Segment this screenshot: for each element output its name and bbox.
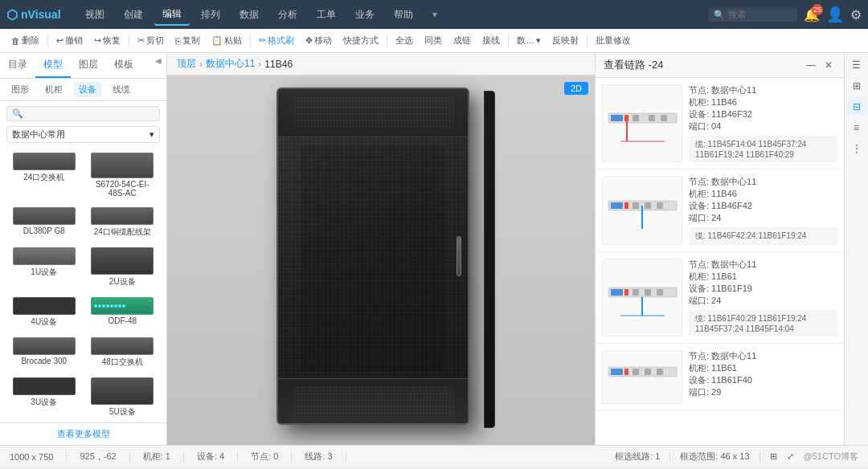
toolbar-redo[interactable]: ↪ 恢复	[89, 33, 125, 48]
device-label: 24口铜缆配线架	[94, 226, 151, 238]
chain-svg-3	[604, 271, 681, 324]
device-item-2u[interactable]: 2U设备	[85, 244, 161, 291]
settings-icon[interactable]: ⚙	[850, 7, 862, 22]
toolbar-move[interactable]: ✥ 移动	[301, 33, 337, 48]
menu-right: 🔍 🔔 25 👤 ⚙	[709, 6, 862, 23]
menu-business[interactable]: 业务	[347, 5, 383, 25]
device-item-3u[interactable]: 3U设备	[6, 374, 82, 421]
viewport: 2D	[167, 75, 595, 445]
tab-template[interactable]: 模板	[106, 53, 141, 78]
chain-node-3: 节点: 数据中心11	[689, 259, 837, 271]
status-fullscreen[interactable]: ⤢	[787, 451, 794, 462]
sub-tab-cable[interactable]: 线缆	[108, 82, 135, 97]
rack-count: 机柜: 1	[143, 451, 170, 463]
sub-tab-rack[interactable]: 机柜	[40, 82, 68, 97]
breadcrumb-top[interactable]: 顶层	[177, 57, 196, 71]
toolbar-paste[interactable]: 📋 粘贴	[207, 33, 247, 48]
toolbar-connect[interactable]: 接线	[477, 33, 505, 48]
device-item-s6720[interactable]: S6720-54C-EI-48S-AC	[85, 149, 161, 201]
toolbar-undo[interactable]: ↩ 撤销	[51, 33, 88, 48]
status-sep-4	[237, 451, 238, 463]
toolbar-delete[interactable]: 🗑 删除	[6, 33, 44, 48]
view-more-models[interactable]: 查看更多模型	[0, 422, 166, 445]
toolbar-copy[interactable]: ⎘ 复制	[170, 33, 205, 48]
menu-create[interactable]: 创建	[116, 5, 151, 25]
menu-edit[interactable]: 编辑	[154, 4, 190, 26]
menu-data[interactable]: 数据	[231, 5, 267, 25]
sidebar-search-box[interactable]: 🔍	[6, 106, 160, 121]
menu-arrange[interactable]: 排列	[193, 5, 228, 25]
toolbar-format-brush[interactable]: ✏ 格式刷	[254, 33, 299, 48]
breadcrumb-dc[interactable]: 数据中心11	[206, 57, 255, 71]
tab-layer[interactable]: 图层	[71, 53, 106, 78]
chain-port-4: 端口: 29	[689, 386, 837, 398]
device-item-1u[interactable]: 1U设备	[6, 244, 82, 291]
status-fit-screen[interactable]: ⊞	[770, 451, 777, 462]
sidebar-collapse-btn[interactable]: ◀	[150, 53, 166, 78]
toolbar-cut[interactable]: ✂ 剪切	[133, 33, 169, 48]
device-item-48switch[interactable]: 48口交换机	[85, 334, 161, 371]
svg-rect-9	[611, 202, 623, 209]
btn-2d[interactable]: 2D	[564, 82, 588, 95]
delete-icon: 🗑	[11, 36, 20, 46]
device-item-4u[interactable]: 4U设备	[6, 294, 82, 331]
rp-minimize-btn[interactable]: —	[804, 58, 818, 72]
device-label: 48口交换机	[102, 357, 143, 368]
user-avatar[interactable]: 👤	[826, 6, 844, 23]
menu-more[interactable]: ▾	[424, 6, 445, 23]
device-icon	[13, 153, 76, 170]
toolbar-number[interactable]: 数… ▾	[512, 33, 546, 48]
status-watermark: @51CTO博客	[804, 451, 858, 463]
menu-view[interactable]: 视图	[77, 5, 113, 25]
svg-rect-4	[649, 115, 655, 121]
toolbar-sep-3	[250, 35, 251, 47]
tool-layers[interactable]: ☰	[848, 56, 866, 74]
toolbar-shortcut[interactable]: 快捷方式	[338, 33, 383, 48]
notification-bell[interactable]: 🔔 25	[804, 7, 820, 22]
toolbar-select-all[interactable]: 全选	[391, 33, 418, 48]
menu-workorder[interactable]: 工单	[309, 5, 344, 25]
toolbar-batch-edit[interactable]: 批量修改	[591, 33, 636, 48]
rp-close-btn[interactable]: ✕	[821, 58, 836, 72]
chain-port-2: 端口: 24	[689, 212, 837, 224]
toolbar-same-type[interactable]: 同类	[420, 33, 447, 48]
tool-filter[interactable]: ≡	[848, 119, 866, 137]
toolbar: 🗑 删除 ↩ 撤销 ↪ 恢复 ✂ 剪切 ⎘ 复制 📋 粘贴 ✏ 格式刷 ✥ 移动…	[0, 29, 868, 53]
device-item-brocade300[interactable]: Brocade 300	[6, 334, 82, 371]
cabinet-top-section	[278, 89, 468, 137]
svg-rect-24	[611, 369, 623, 375]
right-panel-title: 查看链路 -24	[604, 58, 663, 72]
device-label: 3U设备	[31, 397, 57, 408]
device-icon	[13, 207, 76, 225]
cabinet-mid-perf	[278, 137, 468, 378]
device-item-dl380p[interactable]: DL380P G8	[6, 204, 82, 241]
tab-directory[interactable]: 目录	[0, 53, 35, 78]
paste-icon: 📋	[211, 35, 223, 46]
tool-properties[interactable]: ⊞	[848, 77, 866, 95]
search-input[interactable]	[728, 10, 792, 19]
menu-analysis[interactable]: 分析	[270, 5, 305, 25]
toolbar-reverse-map[interactable]: 反映射	[547, 33, 583, 48]
menu-help[interactable]: 帮助	[386, 5, 421, 25]
device-item-24port-switch[interactable]: 24口交换机	[6, 149, 82, 201]
chain-diagram-3	[602, 259, 682, 336]
right-panel-controls: — ✕	[804, 58, 836, 72]
device-item-5u[interactable]: 5U设备	[85, 374, 161, 421]
status-sep-3	[183, 451, 184, 463]
toolbar-chain[interactable]: 成链	[448, 33, 476, 48]
chain-device-4: 设备: 11B61F40	[689, 374, 837, 386]
cable-count: 线路: 3	[305, 451, 332, 463]
main-layout: 目录 模型 图层 模板 ◀ 图形 机柜 设备 线缆 🔍 数据中心常用 ▾ 24口…	[0, 53, 868, 445]
sidebar-search-input[interactable]	[23, 109, 154, 119]
device-item-24port-patch[interactable]: 24口铜缆配线架	[85, 204, 161, 241]
tool-cable[interactable]: ⋮	[848, 140, 866, 157]
sub-tab-device[interactable]: 设备	[74, 82, 101, 97]
node-count: 节点: 0	[251, 451, 278, 463]
global-search[interactable]: 🔍	[709, 8, 797, 22]
category-select[interactable]: 数据中心常用 ▾	[6, 126, 160, 143]
device-item-odf48[interactable]: ODF-48	[85, 294, 161, 331]
tab-model[interactable]: 模型	[35, 53, 71, 78]
search-icon: 🔍	[714, 10, 725, 20]
tool-chain[interactable]: ⊟	[848, 98, 866, 116]
sub-tab-graphic[interactable]: 图形	[6, 82, 34, 97]
